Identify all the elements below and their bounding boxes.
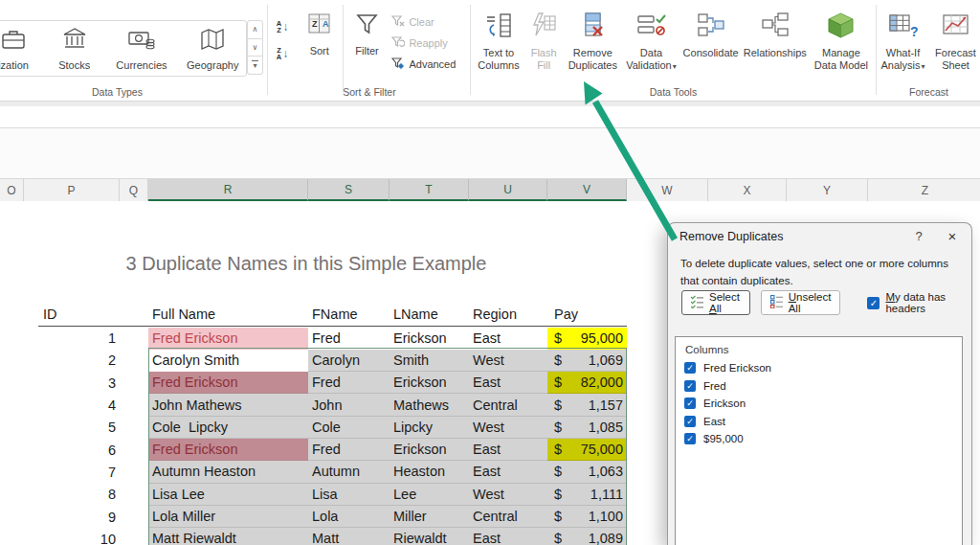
sort-az-button[interactable]: AZ↓ bbox=[269, 17, 296, 36]
cell-pay[interactable]: $1,100 bbox=[547, 506, 627, 528]
sort-za-button[interactable]: ZA↓ bbox=[269, 44, 296, 63]
cell-region[interactable]: Central bbox=[469, 506, 547, 528]
cell-full-name[interactable]: Fred Erickson bbox=[148, 439, 308, 461]
column-header-U[interactable]: U bbox=[469, 179, 547, 201]
cell-full-name[interactable]: Matt Riewaldt bbox=[148, 528, 308, 545]
column-header-Z[interactable]: Z bbox=[868, 179, 980, 201]
advanced-filter-button[interactable]: Advanced bbox=[391, 57, 470, 71]
help-icon[interactable]: ? bbox=[910, 228, 927, 245]
select-all-button[interactable]: Select All bbox=[681, 290, 750, 315]
cell-pay[interactable]: $75,000 bbox=[547, 439, 627, 461]
cell-fname[interactable]: Fred bbox=[308, 328, 390, 350]
column-header-O[interactable]: O bbox=[0, 179, 24, 201]
close-icon[interactable]: × bbox=[943, 227, 962, 246]
reapply-filter-button[interactable]: Reapply bbox=[391, 36, 470, 50]
checkbox-checked-icon[interactable]: ✓ bbox=[684, 397, 696, 409]
column-header-R[interactable]: R bbox=[148, 179, 308, 201]
cell-lname[interactable]: Erickson bbox=[390, 372, 469, 394]
gallery-scroll-down-icon[interactable]: ∨ bbox=[247, 39, 263, 57]
data-type-stocks[interactable]: Stocks bbox=[45, 21, 103, 76]
checkbox-checked-icon[interactable]: ✓ bbox=[684, 362, 696, 374]
flash-fill-button[interactable]: Flash Fill bbox=[524, 0, 563, 89]
checkbox-checked-icon[interactable]: ✓ bbox=[684, 433, 696, 444]
cell-lname[interactable]: Smith bbox=[390, 350, 469, 372]
cell-fname[interactable]: Matt bbox=[308, 528, 390, 545]
header-id[interactable]: ID bbox=[38, 303, 120, 326]
cell-full-name[interactable]: John Mathews bbox=[148, 394, 308, 416]
what-if-analysis-button[interactable]: ? What-If Analysis▾ bbox=[879, 0, 928, 89]
cell-lname[interactable]: Lee bbox=[390, 484, 469, 506]
cell-pay[interactable]: $1,111 bbox=[547, 484, 627, 506]
column-list-item[interactable]: ✓East bbox=[676, 413, 962, 431]
remove-duplicates-button[interactable]: Remove Duplicates bbox=[564, 0, 621, 89]
cell-id[interactable]: 3 bbox=[38, 372, 120, 394]
forecast-sheet-button[interactable]: Forecast Sheet bbox=[932, 0, 980, 89]
checkbox-checked-icon[interactable]: ✓ bbox=[684, 416, 696, 427]
cell-id[interactable]: 1 bbox=[38, 328, 120, 350]
cell-full-name[interactable]: Autumn Heaston bbox=[148, 461, 308, 483]
cell-id[interactable]: 5 bbox=[38, 417, 120, 439]
my-data-has-headers-checkbox[interactable]: ✓ My data has headers bbox=[867, 291, 962, 314]
filter-button[interactable]: Filter bbox=[346, 0, 389, 89]
cell-fname[interactable]: Fred bbox=[308, 439, 390, 461]
cell-region[interactable]: West bbox=[469, 484, 547, 506]
column-header-S[interactable]: S bbox=[308, 179, 390, 201]
gallery-scroll-up-icon[interactable]: ∧ bbox=[247, 20, 263, 39]
data-type-currencies[interactable]: Currencies bbox=[103, 21, 179, 76]
text-to-columns-button[interactable]: Text to Columns bbox=[474, 0, 523, 89]
column-header-Q[interactable]: Q bbox=[120, 179, 148, 201]
data-type-organization[interactable]: ization bbox=[0, 21, 45, 76]
column-header-T[interactable]: T bbox=[390, 179, 469, 201]
cell-lname[interactable]: Mathews bbox=[390, 394, 469, 416]
cell-region[interactable]: East bbox=[469, 372, 547, 394]
column-header-X[interactable]: X bbox=[708, 179, 787, 201]
cell-pay[interactable]: $1,085 bbox=[547, 417, 627, 439]
cell-id[interactable]: 6 bbox=[38, 439, 120, 461]
column-list-item[interactable]: ✓Fred bbox=[676, 377, 962, 396]
manage-data-model-button[interactable]: Manage Data Model bbox=[810, 0, 873, 89]
cell-full-name[interactable]: Lisa Lee bbox=[148, 484, 308, 506]
gallery-more-icon[interactable]: ▾ bbox=[247, 57, 263, 75]
header-fname[interactable]: FName bbox=[308, 303, 390, 326]
cell-region[interactable]: West bbox=[469, 417, 547, 439]
data-type-geography[interactable]: Geography bbox=[180, 21, 246, 76]
column-list-item[interactable]: ✓$95,000 bbox=[676, 430, 962, 448]
cell-fname[interactable]: Fred bbox=[308, 372, 390, 394]
cell-lname[interactable]: Erickson bbox=[390, 439, 469, 461]
header-pay[interactable]: Pay bbox=[547, 303, 627, 326]
header-full-name[interactable]: Full Name bbox=[148, 303, 308, 326]
column-header-Y[interactable]: Y bbox=[787, 179, 868, 201]
cell-region[interactable]: East bbox=[469, 461, 547, 483]
column-header-P[interactable]: P bbox=[24, 179, 120, 201]
cell-full-name[interactable]: Fred Erickson bbox=[148, 372, 308, 394]
cell-full-name[interactable]: Lola Miller bbox=[148, 506, 308, 528]
checkbox-checked-icon[interactable]: ✓ bbox=[684, 380, 696, 392]
cell-full-name[interactable]: Carolyn Smith bbox=[148, 350, 308, 372]
cell-fname[interactable]: Carolyn bbox=[308, 350, 390, 372]
column-header-W[interactable]: W bbox=[627, 179, 708, 201]
cell-id[interactable]: 2 bbox=[38, 350, 120, 372]
cell-pay[interactable]: $1,063 bbox=[547, 461, 627, 483]
cell-region[interactable]: East bbox=[469, 528, 547, 545]
cell-pay[interactable]: $1,157 bbox=[547, 394, 627, 416]
cell-pay[interactable]: $1,069 bbox=[547, 350, 627, 372]
sheet-title-cell[interactable]: 3 Duplicate Names in this Simple Example bbox=[38, 253, 574, 275]
cell-fname[interactable]: Lisa bbox=[308, 484, 390, 506]
cell-pay[interactable]: $95,000 bbox=[547, 328, 627, 350]
relationships-button[interactable]: Relationships bbox=[742, 0, 809, 89]
cell-lname[interactable]: Erickson bbox=[390, 328, 469, 350]
cell-id[interactable]: 8 bbox=[38, 484, 120, 506]
cell-id[interactable]: 4 bbox=[38, 394, 120, 416]
cell-id[interactable]: 9 bbox=[38, 506, 120, 528]
cell-fname[interactable]: Lola bbox=[308, 506, 390, 528]
cell-id[interactable]: 10 bbox=[38, 528, 120, 545]
cell-fname[interactable]: Autumn bbox=[308, 461, 390, 483]
cell-region[interactable]: Central bbox=[469, 394, 547, 416]
cell-fname[interactable]: Cole bbox=[308, 417, 390, 439]
cell-pay[interactable]: $1,089 bbox=[547, 528, 627, 545]
column-header-V[interactable]: V bbox=[547, 179, 627, 201]
consolidate-button[interactable]: Consolidate bbox=[681, 0, 741, 89]
header-region[interactable]: Region bbox=[469, 303, 547, 326]
cell-fname[interactable]: John bbox=[308, 394, 390, 416]
column-list-item[interactable]: ✓Erickson bbox=[676, 395, 962, 413]
